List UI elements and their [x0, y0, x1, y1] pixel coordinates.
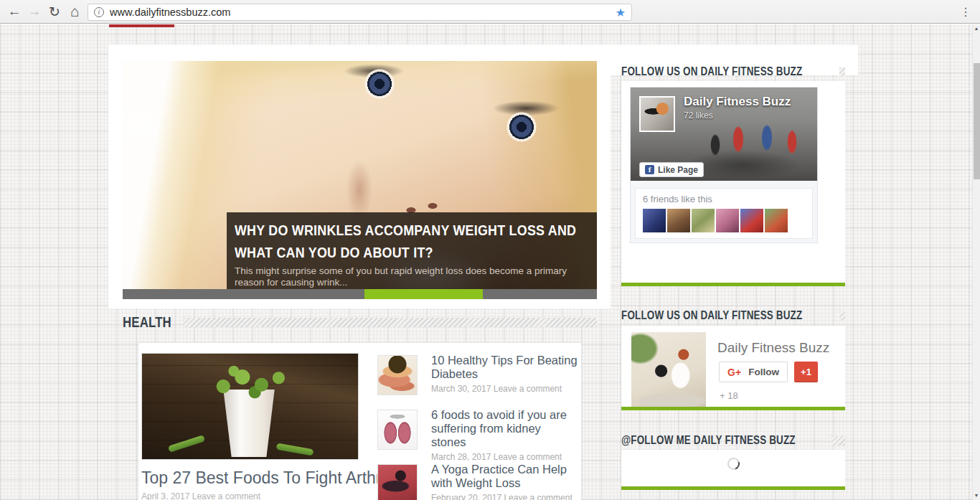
browser-window: ← → ↻ ⌂ i www.dailyfitnessbuzz.com ★ ⋮ W… [0, 0, 980, 500]
peas-graphic [202, 360, 297, 402]
hatch-decoration [831, 436, 845, 445]
fb-friends-text: 6 friends like this [643, 194, 712, 204]
facebook-page-plugin: Daily Fitness Buzz 72 likes f Like Page … [630, 87, 818, 243]
sidebar-heading-facebook: FOLLOW US ON DAILY FITNESS BUZZ [621, 65, 845, 78]
article-meta: March 30, 2017 Leave a comment [431, 384, 578, 394]
loading-spinner-icon [725, 456, 742, 472]
gplus-follow-button[interactable]: G+ Follow [719, 362, 788, 382]
three-dot-menu-icon: ⋮ [960, 6, 971, 18]
featured-article-meta: April 3, 2017 Leave a comment [141, 491, 260, 500]
article-title[interactable]: 6 foods to avoid if you are suffering fr… [431, 408, 578, 449]
article-thumbnail[interactable] [377, 410, 418, 450]
sidebar-heading-gplus: FOLLOW US ON DAILY FITNESS BUZZ [621, 309, 845, 322]
scrollbar-thumb[interactable] [974, 63, 980, 179]
refresh-button[interactable]: ↻ [44, 1, 65, 22]
address-bar[interactable]: i www.dailyfitnessbuzz.com ★ [88, 4, 632, 21]
scrollbar[interactable]: ▲ ▼ [972, 24, 980, 500]
article-title[interactable]: A Yoga Practice Can Help with Weight Los… [431, 463, 578, 490]
slider-progress-active [364, 289, 483, 299]
url-text: www.dailyfitnessbuzz.com [110, 6, 616, 18]
scroll-up-button[interactable]: ▲ [973, 24, 980, 33]
browser-toolbar: ← → ↻ ⌂ i www.dailyfitnessbuzz.com ★ ⋮ [0, 0, 980, 24]
home-button[interactable]: ⌂ [65, 1, 85, 22]
home-icon: ⌂ [70, 3, 80, 20]
fb-profile-photo[interactable] [639, 96, 675, 132]
friend-avatar[interactable] [765, 209, 788, 232]
scroll-up-icon: ▲ [974, 26, 979, 31]
bookmark-star-icon[interactable]: ★ [616, 6, 626, 19]
sidebar-heading-label: FOLLOW US ON DAILY FITNESS BUZZ [621, 65, 802, 78]
article-thumbnail[interactable] [377, 355, 418, 395]
slider-title[interactable]: WHY DO WRINKLES ACCOMPANY WEIGHT LOSS AN… [235, 219, 595, 263]
friend-avatar[interactable] [667, 209, 690, 232]
slider-excerpt: This might surprise some of you but rapi… [235, 265, 570, 288]
back-button[interactable]: ← [4, 1, 24, 22]
follow-me-widget [621, 450, 845, 490]
friend-avatar[interactable] [740, 209, 763, 232]
hatch-decoration [839, 67, 845, 77]
hatch-decoration [184, 318, 597, 327]
page-info-icon[interactable]: i [94, 7, 104, 17]
article-list-item: 10 Healthy Tips For Beating Diabetes Mar… [377, 355, 580, 402]
health-panel: Top 27 Best Foods To Fight Arthritis Apr… [138, 342, 582, 500]
slider-caption[interactable]: WHY DO WRINKLES ACCOMPANY WEIGHT LOSS AN… [227, 212, 597, 289]
gplus-icon: G+ [727, 367, 741, 378]
plus-count: + 18 [720, 390, 738, 401]
fb-friends-panel: 6 friends like this [635, 188, 813, 239]
friend-avatar[interactable] [643, 209, 666, 232]
health-heading-label: HEALTH [123, 314, 171, 331]
sidebar-heading-label: FOLLOW US ON DAILY FITNESS BUZZ [621, 309, 802, 322]
sidebar-heading-follow-me: @FOLLOW ME DAILY FITNESS BUZZ [621, 434, 845, 447]
fb-friend-avatars [643, 209, 788, 232]
article-meta: February 20, 2017 Leave a comment [431, 493, 578, 500]
gplus-page-name[interactable]: Daily Fitness Buzz [717, 340, 829, 356]
friend-avatar[interactable] [716, 209, 739, 232]
slider-progress-bar [123, 289, 597, 299]
follow-button-label: Follow [748, 367, 779, 377]
forward-icon: → [28, 4, 42, 19]
facebook-widget: Daily Fitness Buzz 72 likes f Like Page … [621, 81, 845, 286]
scroll-down-button[interactable]: ▼ [973, 491, 980, 500]
forward-button[interactable]: → [24, 1, 44, 22]
like-page-label: Like Page [658, 165, 698, 175]
pea-pod-graphic [168, 435, 205, 453]
gplus-widget: Daily Fitness Buzz G+ Follow +1 + 18 [621, 326, 845, 410]
sidebar-heading-label: @FOLLOW ME DAILY FITNESS BUZZ [621, 434, 796, 447]
back-icon: ← [8, 4, 22, 19]
gplus-profile-photo[interactable] [631, 332, 706, 407]
friend-avatar[interactable] [692, 209, 715, 232]
article-meta: March 28, 2017 Leave a comment [431, 452, 578, 462]
article-list-item: 6 foods to avoid if you are suffering fr… [377, 410, 580, 457]
featured-slider-image[interactable]: WHY DO WRINKLES ACCOMPANY WEIGHT LOSS AN… [123, 61, 597, 289]
scroll-down-icon: ▼ [974, 493, 979, 498]
featured-article-title[interactable]: Top 27 Best Foods To Fight Arthritis [141, 468, 402, 488]
article-title[interactable]: 10 Healthy Tips For Beating Diabetes [431, 354, 578, 381]
refresh-icon: ↻ [49, 4, 60, 20]
facebook-icon: f [645, 165, 654, 174]
pea-pod-graphic [275, 443, 314, 456]
health-section-heading: HEALTH [123, 314, 597, 331]
browser-menu-button[interactable]: ⋮ [957, 4, 974, 21]
article-thumbnail[interactable] [377, 464, 418, 500]
featured-article-image[interactable] [141, 353, 359, 460]
like-page-button[interactable]: f Like Page [639, 162, 704, 177]
fb-likes-count: 72 likes [684, 110, 713, 121]
fb-page-name[interactable]: Daily Fitness Buzz [684, 95, 791, 109]
article-list-item: A Yoga Practice Can Help with Weight Los… [377, 464, 580, 500]
hatch-decoration [839, 311, 845, 321]
plus-one-button[interactable]: +1 [794, 362, 818, 382]
brand-red-bar [109, 24, 174, 27]
